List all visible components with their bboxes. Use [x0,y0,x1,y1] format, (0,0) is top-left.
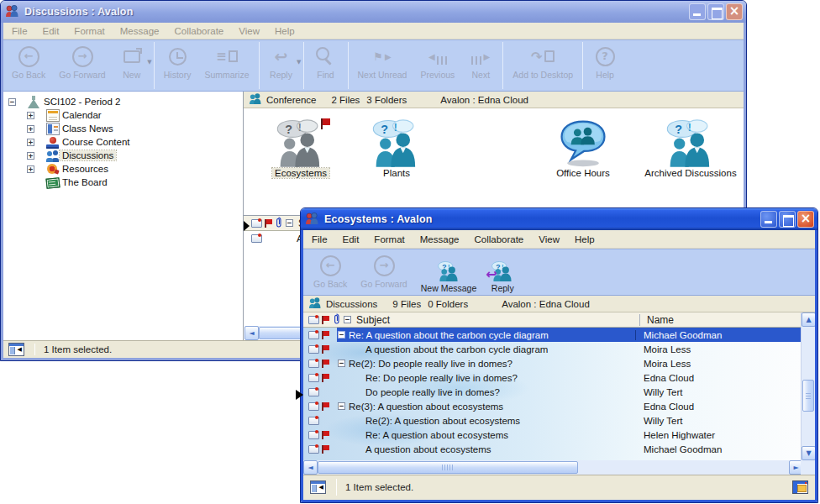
attachment-column-icon[interactable] [275,217,282,230]
toolbar-button[interactable]: Add to Desktop [506,40,580,91]
scroll-left-button[interactable]: ◄ [244,326,259,340]
maximize-button[interactable] [707,3,724,20]
flag-icon [322,345,329,354]
close-button[interactable] [726,3,743,20]
toolbar-button[interactable]: Go Forward [52,40,112,91]
message-row[interactable]: A question about the carbon cycle diagra… [303,342,803,356]
collapse-all-icon[interactable] [286,219,293,227]
toolbar-button[interactable]: Summarize [197,40,255,91]
tree-item[interactable]: Calendar [2,108,243,122]
collapse-icon[interactable] [338,402,345,410]
tree-item[interactable]: Course Content [2,135,243,149]
tree-item[interactable]: Discussions [2,149,243,162]
message-row[interactable]: Re(2): A question about ecosystems Willy… [303,413,803,428]
collapse-icon[interactable] [8,98,16,106]
close-button[interactable] [797,211,814,228]
menu-item[interactable]: Help [567,233,602,246]
toolb​ar-button[interactable]: Go Forward [354,249,413,295]
minimize-button[interactable] [689,3,706,20]
expand-icon[interactable] [27,152,34,160]
toolbar-button[interactable]: Next [461,40,500,91]
toolbar-button[interactable]: Next Unread [351,40,414,91]
toolbar-button[interactable]: Reply [262,40,301,91]
scroll-up-button[interactable]: ▲ [802,312,816,327]
name-column-header[interactable]: Name [639,314,803,326]
tree-item[interactable]: Class News [2,122,243,135]
titlebar-ecosystems[interactable]: Ecosystems : Avalon [301,208,817,230]
subject-column-header[interactable]: Subject [356,314,639,326]
message-subject: A question about the carbon cycle diagra… [349,344,635,354]
toolbar-button[interactable]: Previous [413,40,461,91]
scroll-left-button[interactable]: ◄ [303,460,318,475]
pane-splitter-marker[interactable] [244,221,250,231]
message-row[interactable]: Re: A question about the carbon cycle di… [303,328,803,342]
toolbar-button[interactable]: Find [307,40,345,91]
tree-root-item[interactable]: SCI102 - Period 2 [2,95,243,108]
horizontal-scrollbar[interactable]: ◄ ► [303,460,803,475]
conference-item[interactable]: ? ! Archived Discussions [637,118,744,207]
maximize-button[interactable] [779,211,796,228]
toolbar-button[interactable]: History [157,40,198,91]
menu-item[interactable]: View [231,24,267,38]
message-subject: Do people really live in domes? [349,387,635,397]
dropdown-arrow-icon[interactable] [297,52,301,67]
attachment-column-icon[interactable] [333,313,340,327]
tree-item-label: Calendar [60,110,104,120]
flag-column-icon[interactable] [265,219,272,228]
menu-item[interactable]: Collaborate [466,233,531,246]
message-row[interactable]: Do people really live in domes? Willy Te… [303,385,803,399]
menu-item[interactable]: Message [113,24,167,38]
tree-item[interactable]: The Board [2,176,243,189]
envelope-column-icon[interactable] [251,219,262,228]
collapse-icon[interactable] [338,360,345,367]
menu-item[interactable]: File [304,233,335,246]
scrollbar-thumb[interactable] [802,380,814,412]
conference-item[interactable]: Office Hours [539,118,627,207]
message-row[interactable]: Re(2): Do people really live in domes? M… [303,356,803,370]
expand-icon[interactable] [27,125,34,133]
flag-icon [322,374,329,382]
message-subject: Re(2): A question about ecosystems [349,416,635,426]
message-row[interactable]: Re(3): A question about ecosystems Edna … [303,399,803,413]
conference-item[interactable]: ? ! Ecosystems [262,118,339,207]
svg-text:?: ? [381,123,388,136]
menu-item[interactable]: Message [413,233,467,246]
menu-item[interactable]: Collaborate [166,24,231,38]
collapse-all-icon[interactable] [344,316,351,323]
scroll-down-button[interactable]: ▼ [802,446,816,460]
toolb​ar-button[interactable]: Go Back [307,249,354,295]
flag-column-icon[interactable] [322,316,329,324]
menu-item[interactable]: Help [267,24,302,38]
message-row[interactable]: Re: A question about ecosystems Helen Hi… [303,428,803,442]
message-row[interactable]: A question about ecosystems Michael Good… [303,442,803,456]
conference-item[interactable]: ? ! Plants [358,118,435,207]
conference-mini-icon [308,297,321,311]
menu-item[interactable]: Format [366,233,412,246]
menu-item[interactable]: Format [66,24,112,38]
toolb​ar-button[interactable]: ? ! New Message [414,249,484,295]
minimize-button[interactable] [760,211,777,228]
envelope-column-icon[interactable] [308,316,319,324]
menu-item[interactable]: View [531,233,567,246]
tree-item[interactable]: Resources [2,162,243,176]
toolbar-button[interactable]: New [113,40,151,91]
message-row[interactable]: Re: Do people really live in domes? Edna… [303,370,803,385]
pane-splitter-marker[interactable] [296,390,303,400]
dropdown-arrow-icon[interactable] [147,52,151,67]
expand-icon[interactable] [27,112,34,119]
scrollbar-thumb[interactable] [318,461,578,474]
menu-item[interactable]: File [4,24,35,38]
toolb​ar-button[interactable]: ? ! Reply [483,249,522,295]
collapse-icon[interactable] [338,331,345,339]
expand-icon[interactable] [27,139,34,146]
menu-item[interactable]: Edit [335,233,367,246]
vertical-scrollbar[interactable]: ▲ ▼ [801,312,815,460]
view-layout-icon[interactable] [792,480,808,494]
toolbar-button[interactable]: Help [586,40,624,91]
toolbar-button[interactable]: Go Back [5,40,52,91]
expand-icon[interactable] [27,165,34,173]
panel-toggle-icon[interactable] [310,480,326,494]
menu-item[interactable]: Edit [35,24,67,38]
titlebar-discussions[interactable]: Discussions : Avalon [1,1,746,23]
panel-toggle-icon[interactable] [8,343,24,356]
